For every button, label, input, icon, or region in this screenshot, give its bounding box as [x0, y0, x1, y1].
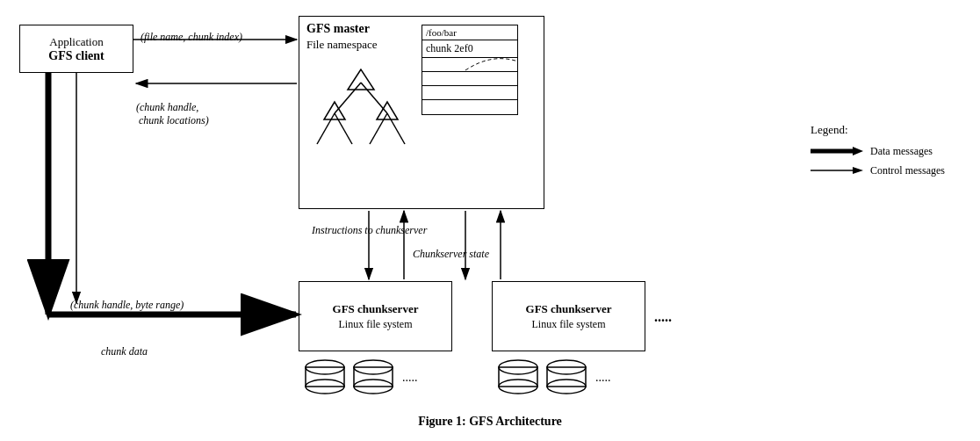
svg-marker-26 — [853, 167, 863, 174]
svg-line-2 — [317, 113, 335, 144]
chunkserver2-title: GFS chunkserver — [526, 302, 612, 316]
svg-text:.....: ..... — [595, 371, 611, 384]
chunk-row-3 — [422, 86, 517, 100]
figure-caption: Figure 1: GFS Architecture — [0, 415, 980, 429]
data-arrow-icon — [811, 144, 863, 158]
svg-rect-17 — [499, 367, 537, 387]
gfs-client-label: GFS client — [48, 49, 104, 63]
svg-rect-20 — [547, 367, 586, 387]
control-messages-label: Control messages — [870, 164, 945, 177]
data-messages-label: Data messages — [870, 145, 933, 158]
legend-data-messages: Data messages — [811, 144, 945, 158]
label-chunk-handle-loc: (chunk handle, chunk locations) — [136, 101, 209, 127]
application-box: Application GFS client — [19, 25, 133, 73]
legend-control-messages: Control messages — [811, 163, 945, 177]
foobar-path: /foo/bar — [422, 25, 517, 40]
application-label: Application — [49, 35, 103, 49]
legend-title: Legend: — [811, 123, 945, 137]
label-chunkserver-state: Chunkserver state — [413, 248, 489, 261]
svg-line-3 — [335, 113, 352, 144]
svg-text:.....: ..... — [402, 371, 418, 384]
chunk-row-1 — [422, 58, 517, 72]
label-chunk-handle-range: (chunk handle, byte range) — [70, 299, 184, 312]
chunkserver1-title: GFS chunkserver — [333, 302, 419, 316]
chunk-label: chunk 2ef0 — [422, 40, 517, 58]
chunkserver2-subtitle: Linux file system — [532, 318, 606, 331]
svg-line-4 — [370, 113, 387, 144]
chunkserver2-box: GFS chunkserver Linux file system — [492, 281, 645, 351]
control-arrow-icon — [811, 163, 863, 177]
svg-rect-10 — [306, 367, 344, 387]
label-chunk-data: chunk data — [101, 345, 148, 358]
legend: Legend: Data messages Control messages — [811, 123, 945, 183]
disks-cs2: ..... — [492, 358, 650, 411]
svg-marker-24 — [853, 147, 863, 155]
foobar-box: /foo/bar chunk 2ef0 — [422, 25, 518, 115]
chunk-row-4 — [422, 100, 517, 114]
chunk-row-2 — [422, 72, 517, 86]
disks-cs1: ..... — [299, 358, 457, 411]
namespace-tree-svg — [308, 65, 414, 192]
svg-rect-13 — [354, 367, 393, 387]
diagram: Application GFS client GFS master File n… — [0, 0, 980, 441]
chunkserver1-subtitle: Linux file system — [339, 318, 413, 331]
svg-line-5 — [387, 113, 405, 144]
dots-chunkservers: ..... — [654, 309, 672, 325]
svg-marker-6 — [348, 69, 374, 90]
label-instructions: Instructions to chunkserver — [312, 224, 427, 237]
label-file-chunk-index: (file name, chunk index) — [141, 31, 242, 44]
chunkserver1-box: GFS chunkserver Linux file system — [299, 281, 452, 351]
